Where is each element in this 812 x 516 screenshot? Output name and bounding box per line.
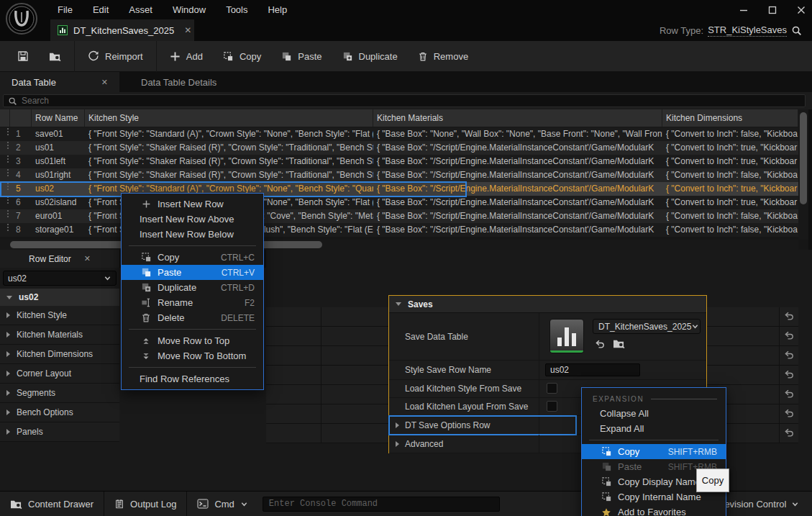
duplicate-button[interactable]: Duplicate: [332, 41, 408, 72]
table-row-us01right[interactable]: 4us01right{ "Front Style": "Shaker Raise…: [0, 168, 798, 182]
tab-row-editor-close-icon[interactable]: ✕: [84, 254, 91, 263]
menu-item-duplicate[interactable]: DuplicateCTRL+D: [122, 280, 263, 295]
reset-to-default-icon[interactable]: [783, 330, 796, 343]
row-editor-prop-corner-layout[interactable]: Corner Layout: [0, 364, 119, 384]
reset-to-default-icon[interactable]: [783, 427, 796, 440]
cmd-dropdown[interactable]: Cmd: [187, 492, 257, 516]
menu-asset[interactable]: Asset: [119, 0, 163, 19]
menu-tools[interactable]: Tools: [216, 0, 257, 19]
reimport-button[interactable]: Reimport: [78, 41, 153, 72]
saves-category-header[interactable]: Saves: [389, 296, 706, 313]
column-header-kitchen-dimensions[interactable]: Kitchen Dimensions: [662, 109, 798, 127]
unreal-logo-icon[interactable]: [5, 2, 38, 35]
minimize-button[interactable]: [739, 5, 749, 15]
menu-item-copy[interactable]: CopySHIFT+RMB: [582, 444, 726, 459]
row-type-search-icon[interactable]: [791, 25, 802, 36]
menu-item-paste[interactable]: PasteCTRL+V: [122, 265, 263, 280]
collapsed-arrow-icon[interactable]: [6, 332, 10, 338]
table-row-us02[interactable]: 5us02{ "Front Style": "Standard (A)", "C…: [0, 182, 798, 196]
content-drawer-button[interactable]: Content Drawer: [0, 492, 104, 516]
table-row-save01[interactable]: 1save01{ "Front Style": "Standard (A)", …: [0, 127, 798, 141]
asset-thumbnail[interactable]: [549, 319, 584, 353]
row-editor-prop-kitchen-style[interactable]: Kitchen Style: [0, 306, 119, 325]
tab-data-table[interactable]: Data Table ✕: [0, 72, 119, 92]
output-log-button[interactable]: Output Log: [104, 492, 186, 516]
menu-item-rename[interactable]: RenameF2: [122, 295, 263, 310]
menu-item-copy[interactable]: CopyCTRL+C: [122, 250, 263, 265]
menu-window[interactable]: Window: [163, 0, 216, 19]
saves-row-style-save-row-name[interactable]: Style Save Row Nameus02: [389, 361, 706, 380]
checkbox[interactable]: [547, 401, 557, 412]
collapsed-arrow-icon[interactable]: [6, 351, 10, 357]
row-editor-prop-kitchen-dimensions[interactable]: Kitchen Dimensions: [0, 345, 119, 364]
row-editor-prop-panels[interactable]: Panels: [0, 422, 119, 442]
tab-data-table-details[interactable]: Data Table Details: [129, 72, 228, 92]
tab-data-table-close-icon[interactable]: ✕: [101, 78, 108, 87]
asset-tab-dt-kitchensaves[interactable]: DT_KitchenSaves_2025 ✕: [50, 19, 194, 41]
reset-to-default-icon[interactable]: [783, 388, 796, 401]
table-horizontal-scrollbar[interactable]: [0, 240, 798, 250]
search-input[interactable]: [22, 96, 800, 106]
checkbox[interactable]: [547, 383, 557, 394]
column-header-kitchen-materials[interactable]: Kitchen Materials: [373, 109, 662, 127]
browse-button[interactable]: [39, 41, 71, 72]
table-row-us01left[interactable]: 3us01left{ "Front Style": "Shaker Raised…: [0, 155, 798, 168]
table-row-us02island[interactable]: 6us02island{ "Front Style": "Standard (A…: [0, 196, 798, 209]
menu-item-find-row-references[interactable]: Find Row References: [122, 371, 263, 386]
row-editor-root[interactable]: us02: [0, 289, 119, 306]
table-row-storage01[interactable]: 8storage01{ "Front Style": "Slab Flush",…: [0, 223, 798, 237]
menu-item-collapse-all[interactable]: Collapse All: [582, 406, 726, 421]
paste-button[interactable]: Paste: [271, 41, 332, 72]
menu-item-expand-all[interactable]: Expand All: [582, 421, 726, 436]
saves-row-save-data-table[interactable]: Save Data TableDT_KitchenSaves_2025: [389, 313, 706, 361]
menu-item-delete[interactable]: DeleteDELETE: [122, 310, 263, 325]
maximize-button[interactable]: [767, 5, 777, 15]
table-row-us01[interactable]: 2us01{ "Front Style": "Shaker Raised (R)…: [0, 141, 798, 155]
collapsed-arrow-icon[interactable]: [6, 409, 10, 415]
reset-to-default-icon[interactable]: [783, 349, 796, 362]
browse-to-asset-icon[interactable]: [613, 338, 625, 350]
reset-to-default-icon[interactable]: [783, 407, 796, 420]
copy-button[interactable]: Copy: [213, 41, 271, 72]
row-type-value-link[interactable]: STR_KiStyleSaves: [708, 24, 787, 37]
text-field[interactable]: us02: [545, 363, 640, 376]
menu-help[interactable]: Help: [257, 0, 297, 19]
column-header-row-name[interactable]: Row Name: [32, 109, 85, 127]
menu-edit[interactable]: Edit: [83, 0, 119, 19]
menu-file[interactable]: File: [47, 0, 83, 19]
use-selected-asset-icon[interactable]: [594, 338, 606, 350]
remove-button[interactable]: Remove: [408, 41, 478, 72]
menu-item-insert-new-row[interactable]: Insert New Row: [122, 196, 263, 212]
reset-to-default-icon[interactable]: [783, 368, 796, 381]
table-vertical-scrollbar[interactable]: [798, 109, 808, 240]
revision-control-button[interactable]: Revision Control: [718, 492, 799, 516]
menu-item-move-row-to-top[interactable]: Move Row to Top: [122, 333, 263, 348]
column-header-kitchen-style[interactable]: Kitchen Style: [85, 109, 373, 127]
asset-picker-dropdown[interactable]: DT_KitchenSaves_2025: [593, 319, 701, 334]
menu-item-add-to-favorites[interactable]: Add to Favorites: [582, 504, 726, 516]
row-editor-prop-bench-options[interactable]: Bench Options: [0, 403, 119, 422]
reset-to-default-icon[interactable]: [783, 310, 796, 323]
tab-row-editor[interactable]: Row Editor ✕: [0, 250, 119, 268]
collapsed-arrow-icon[interactable]: [396, 422, 399, 428]
save-button[interactable]: [7, 41, 39, 72]
menu-item-move-row-to-bottom[interactable]: Move Row To Bottom: [122, 348, 263, 363]
row-editor-prop-segments[interactable]: Segments: [0, 384, 119, 403]
console-command-field[interactable]: [263, 497, 500, 512]
asset-tab-close-icon[interactable]: ✕: [184, 25, 191, 35]
menu-item-insert-new-row-below[interactable]: Insert New Row Below: [122, 227, 263, 242]
row-editor-prop-kitchen-materials[interactable]: Kitchen Materials: [0, 325, 119, 345]
menu-item-insert-new-row-above[interactable]: Insert New Row Above: [122, 212, 263, 227]
collapsed-arrow-icon[interactable]: [6, 429, 10, 435]
collapsed-arrow-icon[interactable]: [6, 371, 10, 376]
collapsed-arrow-icon[interactable]: [6, 312, 10, 318]
table-row-euro01[interactable]: 7euro01{ "Front Style": "Euro Slab (C)",…: [0, 209, 798, 223]
console-command-input[interactable]: [269, 499, 493, 509]
collapsed-arrow-icon[interactable]: [396, 441, 399, 447]
add-button[interactable]: Add: [160, 41, 213, 72]
collapsed-arrow-icon[interactable]: [6, 390, 10, 396]
close-button[interactable]: [796, 5, 806, 15]
revision-control-label: Revision Control: [718, 499, 786, 510]
row-selector-dropdown[interactable]: us02: [3, 271, 117, 286]
expanded-arrow-icon[interactable]: [6, 296, 12, 299]
